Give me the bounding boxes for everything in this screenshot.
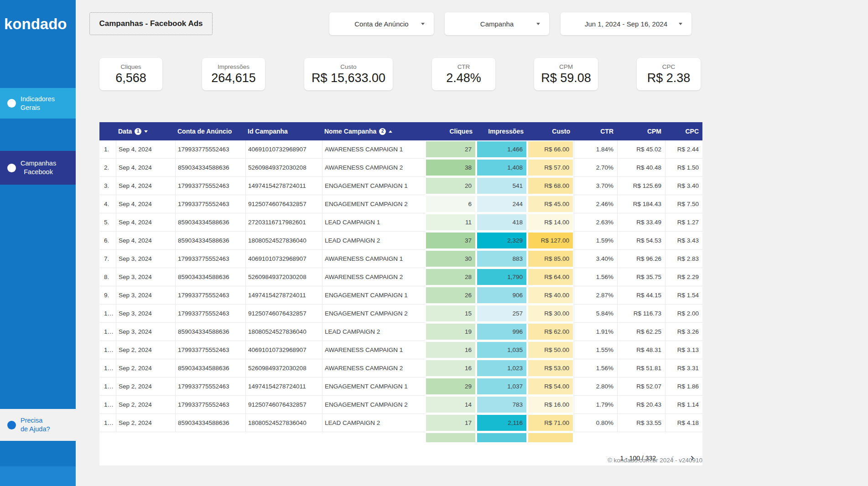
column-header-ctr[interactable]: CTR [574, 122, 617, 140]
column-header-nome-campanha[interactable]: Nome Campanha 2 [322, 122, 425, 140]
cell-impressoes: 1,023 [476, 359, 527, 377]
cell-custo [527, 432, 574, 450]
cell-nome-campanha: ENGAGEMENT CAMPAIGN 2 [322, 195, 425, 213]
cell-impressoes: 883 [476, 250, 527, 268]
copyright-footer: © kondado.com.br 2024 - v240910 [99, 457, 702, 464]
cell-cliques: 14 [425, 396, 476, 414]
cell-impressoes [476, 432, 527, 450]
cell-row-number: 1. [99, 140, 116, 159]
campaigns-table: Data 1 Conta de Anúncio Id Campanha Nome… [99, 122, 702, 452]
filter-campanha[interactable]: Campanha [445, 12, 549, 35]
table-row[interactable]: 9.Sep 3, 2024179933775552463149741542787… [99, 286, 702, 305]
cell-impressoes: 1,037 [476, 377, 527, 396]
sidebar-item-indicadores-gerais[interactable]: Indicadores Gerais [0, 88, 76, 119]
cell-cpc: R$ 2.29 [665, 268, 702, 286]
cell-conta-de-anuncio: 179933775552463 [175, 177, 245, 195]
sidebar-item-label: Precisa de Ajuda? [21, 416, 50, 434]
cell-cpm: R$ 35.75 [617, 268, 665, 286]
table-row[interactable]: 4.Sep 4, 2024179933775552463912507460764… [99, 195, 702, 213]
kondado-logo: kondado [4, 16, 67, 33]
table-row[interactable]: 1.Sep 4, 2024179933775552463406910107329… [99, 140, 702, 159]
cell-id-campanha: 18080524527836040 [245, 232, 322, 250]
dashboard-page: kondado Indicadores Gerais Campanhas Fac… [0, 0, 868, 486]
table-row[interactable]: 1…Sep 2, 2024179933775552463912507460764… [99, 396, 702, 414]
cell-data: Sep 4, 2024 [116, 232, 175, 250]
cell-id-campanha: 14974154278724011 [245, 377, 322, 396]
cell-cliques: 17 [425, 414, 476, 432]
cell-cliques: 16 [425, 359, 476, 377]
cell-ctr: 2.63% [574, 213, 617, 232]
cell-ctr: 1.84% [574, 140, 617, 159]
column-header-id-campanha[interactable]: Id Campanha [245, 122, 322, 140]
table-row[interactable]: 2.Sep 4, 2024859034334588636526098493720… [99, 159, 702, 177]
table-row[interactable]: 1…Sep 3, 2024179933775552463912507460764… [99, 305, 702, 323]
cell-cpc: R$ 3.43 [665, 232, 702, 250]
cell-row-number: 1… [99, 323, 116, 341]
cell-nome-campanha: ENGAGEMENT CAMPAIGN 1 [322, 377, 425, 396]
cell-cpc: R$ 1.50 [665, 159, 702, 177]
cell-impressoes: 906 [476, 286, 527, 305]
cell-cliques: 26 [425, 286, 476, 305]
cell-cpm: R$ 62.25 [617, 323, 665, 341]
cell-ctr: 0.80% [574, 414, 617, 432]
cell-custo: R$ 66.00 [527, 140, 574, 159]
table-row[interactable]: 1…Sep 3, 2024859034334588636180805245278… [99, 323, 702, 341]
kpi-value: 264,615 [211, 71, 256, 85]
column-header-cliques[interactable]: Cliques [425, 122, 476, 140]
cell-conta-de-anuncio: 179933775552463 [175, 396, 245, 414]
cell-data: Sep 4, 2024 [116, 159, 175, 177]
cell-ctr: 1.59% [574, 232, 617, 250]
page-indicator-icon [7, 99, 16, 108]
cell-cliques: 16 [425, 341, 476, 359]
filter-conta-de-anuncio[interactable]: Conta de Anúncio [329, 12, 434, 35]
cell-impressoes: 783 [476, 396, 527, 414]
cell-data: Sep 2, 2024 [116, 359, 175, 377]
cell-id-campanha: 91250746076432857 [245, 195, 322, 213]
table-row[interactable]: 7.Sep 3, 2024179933775552463406910107329… [99, 250, 702, 268]
cell-row-number: 1… [99, 396, 116, 414]
kpi-label: CPC [662, 63, 676, 70]
column-header-cpm[interactable]: CPM [617, 122, 665, 140]
cell-ctr: 1.56% [574, 359, 617, 377]
cell-custo: R$ 53.00 [527, 359, 574, 377]
column-header-cpc[interactable]: CPC [665, 122, 702, 140]
table-row[interactable]: 1…Sep 2, 2024859034334588636180805245278… [99, 414, 702, 432]
cell-data: Sep 3, 2024 [116, 250, 175, 268]
table-row[interactable]: 1…Sep 2, 2024859034334588636526098493720… [99, 359, 702, 377]
table-row[interactable]: 6.Sep 4, 2024859034334588636180805245278… [99, 232, 702, 250]
cell-row-number: 6. [99, 232, 116, 250]
table-row[interactable]: 3.Sep 4, 2024179933775552463149741542787… [99, 177, 702, 195]
cell-custo: R$ 16.00 [527, 396, 574, 414]
table-row[interactable]: 5.Sep 4, 2024859034334588636272031167179… [99, 213, 702, 232]
cell-conta-de-anuncio: 179933775552463 [175, 305, 245, 323]
sidebar-item-campanhas-facebook[interactable]: Campanhas Facebook [0, 151, 76, 185]
table-row[interactable]: 1…Sep 2, 2024179933775552463149741542787… [99, 377, 702, 396]
column-header-impressoes[interactable]: Impressões [476, 122, 527, 140]
cell-conta-de-anuncio: 179933775552463 [175, 250, 245, 268]
filter-date-range[interactable]: Jun 1, 2024 - Sep 16, 2024 [561, 12, 691, 35]
chevron-down-icon [679, 23, 682, 25]
table-row[interactable]: 1…Sep 2, 2024179933775552463406910107329… [99, 341, 702, 359]
cell-nome-campanha: AWARENESS CAMPAIGN 1 [322, 140, 425, 159]
column-header-custo[interactable]: Custo [527, 122, 574, 140]
cell-nome-campanha: LEAD CAMPAIGN 2 [322, 232, 425, 250]
sort-order-badge: 2 [379, 128, 386, 135]
cell-impressoes: 418 [476, 213, 527, 232]
cell-cpm: R$ 184.43 [617, 195, 665, 213]
filter-label: Campanha [480, 20, 514, 28]
cell-cpm: R$ 33.49 [617, 213, 665, 232]
column-header-data[interactable]: Data 1 [116, 122, 175, 140]
sidebar-item-precisa-de-ajuda[interactable]: Precisa de Ajuda? [0, 409, 76, 441]
cell-cliques: 6 [425, 195, 476, 213]
kpi-label: CPM [559, 63, 573, 70]
kpi-card-ctr: CTR 2.48% [432, 58, 495, 90]
kpi-value: 2.48% [446, 71, 481, 85]
table-row[interactable]: 8.Sep 3, 2024859034334588636526098493720… [99, 268, 702, 286]
column-header-conta-de-anuncio[interactable]: Conta de Anúncio [175, 122, 245, 140]
sort-order-badge: 1 [135, 128, 141, 135]
cell-ctr: 2.46% [574, 195, 617, 213]
cell-cpm: R$ 44.15 [617, 286, 665, 305]
cell-data: Sep 3, 2024 [116, 268, 175, 286]
cell-row-number: 1… [99, 305, 116, 323]
chevron-down-icon [536, 23, 540, 25]
